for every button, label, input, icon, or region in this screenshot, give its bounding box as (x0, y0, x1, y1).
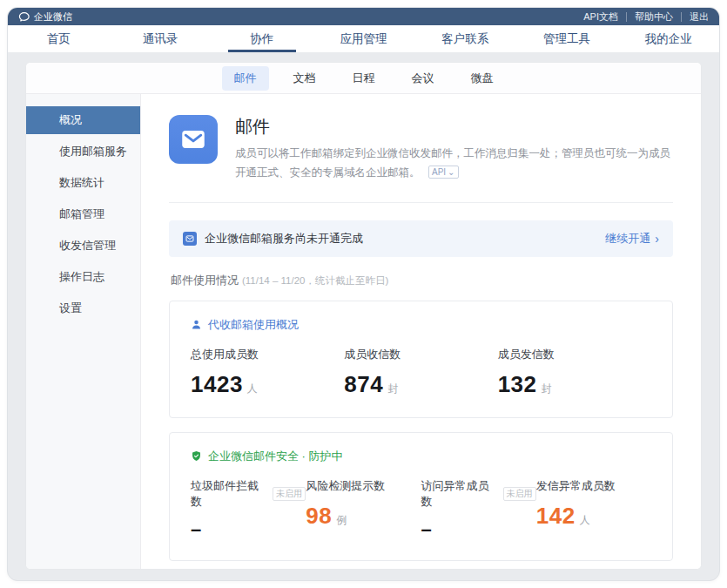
stat-value: – (421, 518, 433, 541)
mail-security-card: 企业微信邮件安全 · 防护中 垃圾邮件拦截数 未启用 – (169, 432, 673, 561)
app-window: 企业微信 API文档 帮助中心 退出 首页 通讯录 协作 应用管理 客户联系 管… (7, 7, 720, 581)
app-description: 成员可以将工作邮箱绑定到企业微信收发邮件，工作消息归集一处；管理员也可统一为成员… (235, 145, 673, 183)
notice-text: 企业微信邮箱服务尚未开通完成 (205, 231, 363, 247)
setup-notice-bar: 企业微信邮箱服务尚未开通完成 继续开通 › (169, 220, 673, 257)
stat-value: 132 (498, 371, 537, 398)
disabled-badge: 未启用 (273, 487, 306, 501)
help-center-link[interactable]: 帮助中心 (626, 12, 681, 22)
stat-mails-sent: 成员发信数 132 封 (498, 347, 651, 398)
stat-value: 98 (306, 503, 332, 530)
mail-app-icon (169, 115, 218, 164)
subnav-tab-calendar[interactable]: 日程 (340, 66, 387, 91)
brand: 企业微信 (18, 10, 72, 24)
stat-value: 142 (536, 503, 576, 530)
sidebar-item-overview[interactable]: 概况 (26, 106, 140, 134)
nav-tab-contacts[interactable]: 通讯录 (110, 25, 212, 52)
nav-tab-customers[interactable]: 客户联系 (414, 25, 516, 52)
stat-abnormal-access: 访问异常成员数 未启用 – (421, 478, 536, 541)
sidebar: 概况 使用邮箱服务 数据统计 邮箱管理 收发信管理 操作日志 设置 (26, 94, 141, 569)
mail-badge-icon (183, 232, 197, 246)
logout-link[interactable]: 退出 (681, 12, 709, 22)
main-panel: 邮件 成员可以将工作邮箱绑定到企业微信收发邮件，工作消息归集一处；管理员也可统一… (141, 94, 701, 569)
stat-risk-alerts: 风险检测提示数 98 例 (306, 478, 421, 541)
stat-total-members: 总使用成员数 1423 人 (191, 347, 344, 398)
usage-stats: 总使用成员数 1423 人 成员收信数 874 封 (191, 347, 651, 398)
usage-section-label: 邮件使用情况 (11/14 – 11/20，统计截止至昨日) (171, 273, 671, 288)
stat-unit: 人 (247, 382, 258, 396)
app-header-text: 邮件 成员可以将工作邮箱绑定到企业微信收发邮件，工作消息归集一处；管理员也可统一… (235, 115, 673, 183)
brand-title: 企业微信 (34, 10, 72, 24)
nav-tab-admin-tools[interactable]: 管理工具 (516, 25, 618, 52)
content-container: 邮件 文档 日程 会议 微盘 概况 使用邮箱服务 数据统计 邮箱管理 收发信管理… (25, 62, 702, 570)
chevron-right-icon: › (655, 233, 659, 245)
api-dropdown-button[interactable]: API ⌄ (428, 166, 459, 179)
subnav-tab-mail[interactable]: 邮件 (222, 66, 269, 91)
stat-unit: 例 (336, 513, 347, 528)
sidebar-item-mailbox-management[interactable]: 邮箱管理 (26, 200, 140, 228)
disabled-badge: 未启用 (503, 487, 536, 501)
stat-unit: 封 (387, 382, 398, 396)
mailbox-usage-card: 代收邮箱使用概况 总使用成员数 1423 人 成员收信数 (169, 301, 673, 418)
sidebar-item-send-receive[interactable]: 收发信管理 (26, 232, 140, 260)
stat-mails-received: 成员收信数 874 封 (344, 347, 497, 398)
secondary-nav: 邮件 文档 日程 会议 微盘 (26, 63, 701, 94)
stat-value: 1423 (191, 371, 243, 398)
stat-unit: 人 (580, 513, 590, 528)
primary-nav: 首页 通讯录 协作 应用管理 客户联系 管理工具 我的企业 (8, 25, 719, 52)
topbar-links: API文档 帮助中心 退出 (576, 12, 709, 22)
notice-left: 企业微信邮箱服务尚未开通完成 (183, 231, 363, 247)
stat-unit: 封 (542, 382, 552, 396)
api-docs-link[interactable]: API文档 (576, 12, 626, 22)
subnav-tab-docs[interactable]: 文档 (281, 66, 328, 91)
wechat-work-logo-icon (18, 11, 30, 23)
sidebar-item-operation-log[interactable]: 操作日志 (26, 263, 140, 291)
chevron-down-icon: ⌄ (448, 166, 454, 178)
app-header: 邮件 成员可以将工作邮箱绑定到企业微信收发邮件，工作消息归集一处；管理员也可统一… (169, 115, 673, 183)
stat-abnormal-senders: 发信异常成员数 142 人 (536, 478, 651, 541)
usage-card-header: 代收邮箱使用概况 (191, 317, 651, 333)
sidebar-item-mail-service[interactable]: 使用邮箱服务 (26, 138, 140, 166)
stat-spam-blocked: 垃圾邮件拦截数 未启用 – (191, 478, 306, 541)
sidebar-item-statistics[interactable]: 数据统计 (26, 169, 140, 197)
subnav-tab-drive[interactable]: 微盘 (459, 66, 506, 91)
page-title: 邮件 (235, 115, 673, 139)
nav-tab-home[interactable]: 首页 (8, 25, 110, 52)
stat-value: – (191, 518, 202, 541)
security-card-header: 企业微信邮件安全 · 防护中 (191, 449, 651, 464)
topbar: 企业微信 API文档 帮助中心 退出 (8, 8, 719, 25)
usage-section-title: 邮件使用情况 (171, 273, 239, 288)
nav-tab-my-company[interactable]: 我的企业 (617, 25, 719, 52)
nav-tab-collaboration[interactable]: 协作 (211, 25, 313, 52)
divider (169, 202, 673, 203)
continue-setup-link[interactable]: 继续开通 › (605, 231, 659, 247)
person-icon (191, 319, 202, 330)
usage-section-subtitle: (11/14 – 11/20，统计截止至昨日) (242, 274, 388, 287)
nav-tab-apps[interactable]: 应用管理 (313, 25, 414, 52)
security-stats: 垃圾邮件拦截数 未启用 – 风险检测提示数 98 例 (191, 478, 651, 541)
shield-check-icon (191, 450, 202, 462)
sidebar-item-settings[interactable]: 设置 (26, 294, 140, 322)
subnav-tab-meeting[interactable]: 会议 (400, 66, 447, 91)
stat-value: 874 (344, 371, 383, 398)
